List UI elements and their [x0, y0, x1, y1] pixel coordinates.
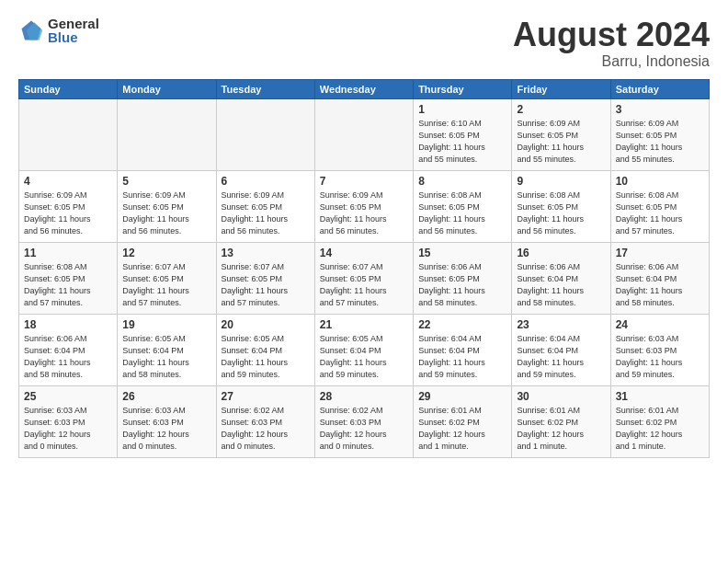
calendar-cell: 1Sunrise: 6:10 AM Sunset: 6:05 PM Daylig… — [414, 98, 512, 170]
day-number: 11 — [24, 247, 112, 259]
day-info: Sunrise: 6:03 AM Sunset: 6:03 PM Dayligh… — [24, 405, 112, 453]
day-number: 2 — [517, 103, 605, 116]
logo-blue: Blue — [48, 30, 99, 44]
header-friday: Friday — [512, 79, 610, 98]
calendar-cell: 15Sunrise: 6:06 AM Sunset: 6:05 PM Dayli… — [414, 242, 512, 314]
day-number: 23 — [517, 318, 605, 331]
day-info: Sunrise: 6:03 AM Sunset: 6:03 PM Dayligh… — [616, 333, 704, 381]
calendar-cell: 26Sunrise: 6:03 AM Sunset: 6:03 PM Dayli… — [118, 385, 216, 457]
day-info: Sunrise: 6:05 AM Sunset: 6:04 PM Dayligh… — [122, 333, 210, 381]
calendar-cell: 9Sunrise: 6:08 AM Sunset: 6:05 PM Daylig… — [512, 170, 610, 242]
logo-text: General Blue — [48, 17, 99, 44]
logo: General Blue — [18, 17, 99, 44]
logo-icon — [18, 17, 44, 43]
day-number: 21 — [320, 318, 408, 331]
day-info: Sunrise: 6:01 AM Sunset: 6:02 PM Dayligh… — [418, 405, 506, 453]
day-info: Sunrise: 6:04 AM Sunset: 6:04 PM Dayligh… — [517, 333, 605, 381]
calendar-cell: 8Sunrise: 6:08 AM Sunset: 6:05 PM Daylig… — [414, 170, 512, 242]
day-number: 1 — [418, 103, 506, 116]
calendar-subtitle: Barru, Indonesia — [513, 53, 710, 70]
calendar-cell: 10Sunrise: 6:08 AM Sunset: 6:05 PM Dayli… — [610, 170, 709, 242]
header-sunday: Sunday — [19, 79, 118, 98]
calendar-cell: 19Sunrise: 6:05 AM Sunset: 6:04 PM Dayli… — [118, 314, 216, 385]
day-info: Sunrise: 6:03 AM Sunset: 6:03 PM Dayligh… — [122, 405, 210, 453]
day-info: Sunrise: 6:02 AM Sunset: 6:03 PM Dayligh… — [222, 405, 310, 453]
day-info: Sunrise: 6:07 AM Sunset: 6:05 PM Dayligh… — [122, 261, 210, 309]
day-number: 27 — [222, 390, 310, 403]
day-number: 24 — [616, 318, 704, 331]
day-number: 29 — [418, 390, 506, 403]
calendar-cell: 5Sunrise: 6:09 AM Sunset: 6:05 PM Daylig… — [118, 170, 216, 242]
calendar-cell: 14Sunrise: 6:07 AM Sunset: 6:05 PM Dayli… — [314, 242, 413, 314]
calendar-cell: 27Sunrise: 6:02 AM Sunset: 6:03 PM Dayli… — [216, 385, 314, 457]
day-info: Sunrise: 6:06 AM Sunset: 6:05 PM Dayligh… — [418, 261, 506, 309]
day-number: 4 — [24, 175, 112, 188]
calendar-cell: 20Sunrise: 6:05 AM Sunset: 6:04 PM Dayli… — [216, 314, 314, 385]
day-info: Sunrise: 6:01 AM Sunset: 6:02 PM Dayligh… — [517, 405, 605, 453]
day-number: 26 — [122, 390, 210, 403]
calendar-cell: 12Sunrise: 6:07 AM Sunset: 6:05 PM Dayli… — [118, 242, 216, 314]
day-number: 31 — [616, 390, 704, 403]
day-info: Sunrise: 6:07 AM Sunset: 6:05 PM Dayligh… — [222, 261, 310, 309]
day-number: 10 — [616, 175, 704, 188]
calendar-week-5: 25Sunrise: 6:03 AM Sunset: 6:03 PM Dayli… — [19, 385, 710, 457]
day-number: 3 — [616, 103, 704, 116]
calendar-cell: 3Sunrise: 6:09 AM Sunset: 6:05 PM Daylig… — [610, 98, 709, 170]
day-info: Sunrise: 6:09 AM Sunset: 6:05 PM Dayligh… — [320, 190, 408, 237]
day-info: Sunrise: 6:08 AM Sunset: 6:05 PM Dayligh… — [616, 190, 704, 237]
day-info: Sunrise: 6:09 AM Sunset: 6:05 PM Dayligh… — [517, 118, 605, 166]
calendar-cell: 4Sunrise: 6:09 AM Sunset: 6:05 PM Daylig… — [19, 170, 118, 242]
calendar-cell: 6Sunrise: 6:09 AM Sunset: 6:05 PM Daylig… — [216, 170, 314, 242]
calendar-title: August 2024 — [513, 17, 710, 53]
day-info: Sunrise: 6:10 AM Sunset: 6:05 PM Dayligh… — [418, 118, 506, 166]
day-number: 16 — [517, 247, 605, 259]
calendar-cell: 22Sunrise: 6:04 AM Sunset: 6:04 PM Dayli… — [414, 314, 512, 385]
day-number: 30 — [517, 390, 605, 403]
logo-general: General — [48, 17, 99, 30]
calendar-cell: 11Sunrise: 6:08 AM Sunset: 6:05 PM Dayli… — [19, 242, 118, 314]
day-number: 25 — [24, 390, 112, 403]
calendar-cell — [314, 98, 413, 170]
day-info: Sunrise: 6:08 AM Sunset: 6:05 PM Dayligh… — [418, 190, 506, 237]
title-block: August 2024 Barru, Indonesia — [513, 17, 710, 70]
day-info: Sunrise: 6:09 AM Sunset: 6:05 PM Dayligh… — [24, 190, 112, 237]
day-number: 7 — [320, 175, 408, 188]
header-tuesday: Tuesday — [216, 79, 314, 98]
day-number: 22 — [418, 318, 506, 331]
day-number: 6 — [222, 175, 310, 188]
calendar-cell: 25Sunrise: 6:03 AM Sunset: 6:03 PM Dayli… — [19, 385, 118, 457]
day-number: 17 — [616, 247, 704, 259]
day-number: 18 — [24, 318, 112, 331]
header: General Blue August 2024 Barru, Indonesi… — [18, 17, 710, 70]
calendar-week-1: 1Sunrise: 6:10 AM Sunset: 6:05 PM Daylig… — [19, 98, 710, 170]
day-info: Sunrise: 6:01 AM Sunset: 6:02 PM Dayligh… — [616, 405, 704, 453]
calendar-cell — [19, 98, 118, 170]
calendar-week-3: 11Sunrise: 6:08 AM Sunset: 6:05 PM Dayli… — [19, 242, 710, 314]
calendar-cell: 21Sunrise: 6:05 AM Sunset: 6:04 PM Dayli… — [314, 314, 413, 385]
calendar-cell: 7Sunrise: 6:09 AM Sunset: 6:05 PM Daylig… — [314, 170, 413, 242]
calendar-cell: 31Sunrise: 6:01 AM Sunset: 6:02 PM Dayli… — [610, 385, 709, 457]
day-number: 15 — [418, 247, 506, 259]
header-monday: Monday — [118, 79, 216, 98]
day-info: Sunrise: 6:07 AM Sunset: 6:05 PM Dayligh… — [320, 261, 408, 309]
calendar-cell: 23Sunrise: 6:04 AM Sunset: 6:04 PM Dayli… — [512, 314, 610, 385]
calendar-cell: 2Sunrise: 6:09 AM Sunset: 6:05 PM Daylig… — [512, 98, 610, 170]
calendar-cell: 29Sunrise: 6:01 AM Sunset: 6:02 PM Dayli… — [414, 385, 512, 457]
day-number: 12 — [122, 247, 210, 259]
calendar-cell: 30Sunrise: 6:01 AM Sunset: 6:02 PM Dayli… — [512, 385, 610, 457]
page: General Blue August 2024 Barru, Indonesi… — [0, 0, 728, 563]
day-number: 8 — [418, 175, 506, 188]
day-info: Sunrise: 6:08 AM Sunset: 6:05 PM Dayligh… — [24, 261, 112, 309]
calendar-cell: 17Sunrise: 6:06 AM Sunset: 6:04 PM Dayli… — [610, 242, 709, 314]
calendar-cell: 24Sunrise: 6:03 AM Sunset: 6:03 PM Dayli… — [610, 314, 709, 385]
day-info: Sunrise: 6:06 AM Sunset: 6:04 PM Dayligh… — [616, 261, 704, 309]
calendar-cell: 13Sunrise: 6:07 AM Sunset: 6:05 PM Dayli… — [216, 242, 314, 314]
day-info: Sunrise: 6:02 AM Sunset: 6:03 PM Dayligh… — [320, 405, 408, 453]
calendar-cell — [216, 98, 314, 170]
day-number: 5 — [122, 175, 210, 188]
calendar-week-2: 4Sunrise: 6:09 AM Sunset: 6:05 PM Daylig… — [19, 170, 710, 242]
day-info: Sunrise: 6:04 AM Sunset: 6:04 PM Dayligh… — [418, 333, 506, 381]
calendar-header-row: Sunday Monday Tuesday Wednesday Thursday… — [19, 79, 710, 98]
day-info: Sunrise: 6:09 AM Sunset: 6:05 PM Dayligh… — [222, 190, 310, 237]
day-number: 19 — [122, 318, 210, 331]
